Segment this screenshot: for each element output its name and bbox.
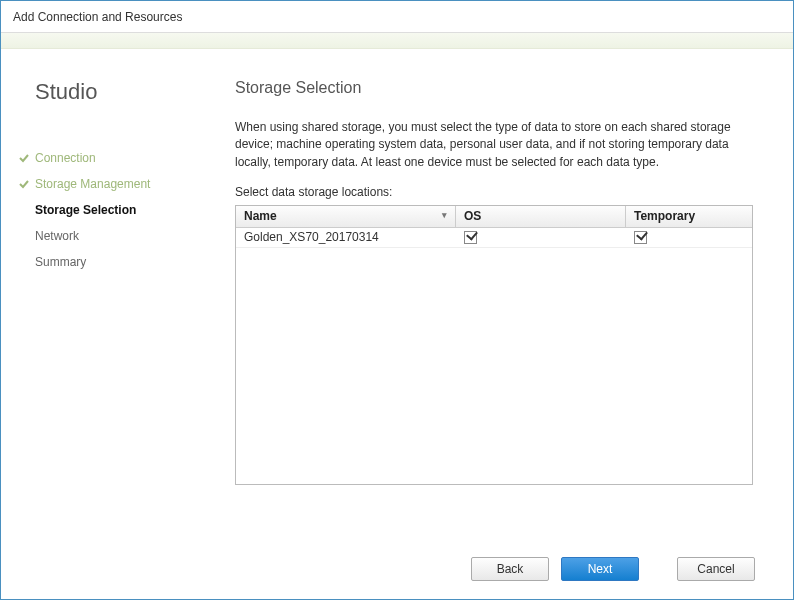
step-connection[interactable]: Connection <box>35 145 211 171</box>
content-area: Studio Connection Storage Management Sto… <box>1 49 793 539</box>
wizard-footer: Back Next Cancel <box>1 539 793 599</box>
cell-os <box>456 228 626 247</box>
cell-name: Golden_XS70_20170314 <box>236 228 456 247</box>
page-title: Storage Selection <box>235 79 753 97</box>
cell-temporary <box>626 228 752 247</box>
sort-arrow-down-icon: ▾ <box>442 210 447 220</box>
description-text: When using shared storage, you must sele… <box>235 119 753 171</box>
os-checkbox[interactable] <box>464 231 477 244</box>
temporary-checkbox[interactable] <box>634 231 647 244</box>
list-header: Name ▾ OS Temporary <box>236 206 752 228</box>
step-summary[interactable]: Summary <box>35 249 211 275</box>
list-subtitle: Select data storage locations: <box>235 185 753 199</box>
column-label: Name <box>244 209 277 223</box>
column-os[interactable]: OS <box>456 206 626 227</box>
column-label: OS <box>464 209 481 223</box>
wizard-steps: Connection Storage Management Storage Se… <box>35 145 211 275</box>
window-title: Add Connection and Resources <box>1 1 793 33</box>
wizard-sidebar: Studio Connection Storage Management Sto… <box>1 49 211 539</box>
step-label: Storage Selection <box>35 203 136 217</box>
brand-title: Studio <box>35 79 211 105</box>
step-label: Network <box>35 229 79 243</box>
next-button[interactable]: Next <box>561 557 639 581</box>
cancel-button[interactable]: Cancel <box>677 557 755 581</box>
step-label: Storage Management <box>35 177 150 191</box>
storage-list: Name ▾ OS Temporary Golden_XS70_20170314 <box>235 205 753 485</box>
main-panel: Storage Selection When using shared stor… <box>211 49 793 539</box>
step-label: Connection <box>35 151 96 165</box>
back-button[interactable]: Back <box>471 557 549 581</box>
column-label: Temporary <box>634 209 695 223</box>
column-temporary[interactable]: Temporary <box>626 206 752 227</box>
brand-banner <box>1 33 793 49</box>
check-icon <box>19 152 29 166</box>
step-storage-management[interactable]: Storage Management <box>35 171 211 197</box>
column-name[interactable]: Name ▾ <box>236 206 456 227</box>
table-row[interactable]: Golden_XS70_20170314 <box>236 228 752 248</box>
check-icon <box>19 178 29 192</box>
step-network[interactable]: Network <box>35 223 211 249</box>
step-storage-selection[interactable]: Storage Selection <box>35 197 211 223</box>
step-label: Summary <box>35 255 86 269</box>
